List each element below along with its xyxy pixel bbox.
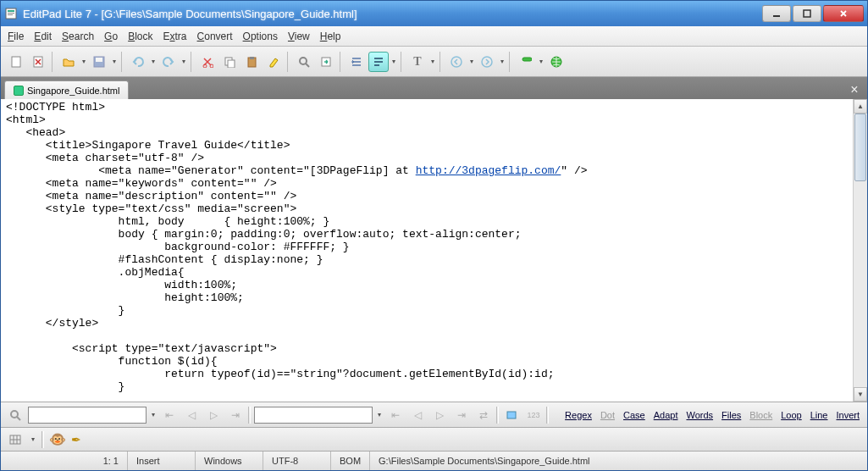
menu-view[interactable]: View: [288, 30, 310, 42]
close-file-button[interactable]: [28, 52, 48, 72]
separator: [496, 407, 499, 424]
save-button[interactable]: [89, 52, 109, 72]
charmap-dropdown[interactable]: ▾: [30, 435, 36, 443]
status-line-endings[interactable]: Windows: [196, 452, 263, 470]
feather-icon[interactable]: ✒: [71, 433, 81, 446]
editor-area: <!DOCTYPE html> <html> <head> <title>Sin…: [1, 99, 867, 402]
scroll-up-icon[interactable]: ▲: [854, 99, 867, 114]
replace-all-icon[interactable]: ⇄: [474, 406, 493, 424]
redo-dropdown[interactable]: ▾: [180, 58, 187, 65]
app-window: EditPad Lite 7 - [G:\Files\Sample Docume…: [0, 0, 868, 471]
menu-search[interactable]: Search: [62, 30, 94, 42]
open-button[interactable]: [58, 52, 79, 72]
bookmark-dropdown[interactable]: ▾: [538, 58, 545, 65]
redo-button[interactable]: [158, 52, 179, 72]
nav-back-button[interactable]: [446, 52, 467, 72]
document-tab[interactable]: Singapore_Guide.html: [4, 80, 129, 99]
font-dropdown[interactable]: ▾: [429, 58, 436, 65]
opt-dot[interactable]: Dot: [598, 410, 617, 420]
find-button[interactable]: [294, 52, 314, 72]
tab-bar: Singapore_Guide.html ×: [1, 77, 867, 99]
search-icon[interactable]: [6, 406, 25, 424]
svg-rect-5: [804, 10, 810, 17]
opt-adapt[interactable]: Adapt: [651, 410, 681, 420]
search-history-dropdown[interactable]: ▾: [150, 411, 157, 418]
menu-file[interactable]: File: [8, 30, 24, 42]
opt-invert[interactable]: Invert: [833, 410, 862, 420]
nav-back-dropdown[interactable]: ▾: [468, 58, 475, 65]
url-link[interactable]: http://3dpageflip.com/: [416, 164, 561, 177]
tab-close-icon[interactable]: ×: [845, 80, 864, 99]
replace-last-icon[interactable]: ⇥: [452, 406, 471, 424]
wrap-dropdown[interactable]: ▾: [390, 58, 397, 65]
menu-go[interactable]: Go: [104, 30, 118, 42]
count-icon[interactable]: 123: [524, 406, 543, 424]
maximize-button[interactable]: [793, 5, 821, 22]
menubar: File Edit Search Go Block Extra Convert …: [1, 26, 867, 47]
close-button[interactable]: [823, 5, 864, 22]
paste-button[interactable]: [241, 52, 262, 72]
highlight-all-icon[interactable]: [502, 406, 521, 424]
titlebar[interactable]: EditPad Lite 7 - [G:\Files\Sample Docume…: [1, 1, 867, 26]
opt-loop[interactable]: Loop: [778, 410, 804, 420]
copy-button[interactable]: [219, 52, 240, 72]
menu-convert[interactable]: Convert: [197, 30, 233, 42]
find-last-icon[interactable]: ⇥: [226, 406, 245, 424]
highlight-button[interactable]: [263, 52, 284, 72]
toolbar-separator: [287, 52, 290, 72]
web-button[interactable]: [546, 52, 567, 72]
goto-button[interactable]: [316, 52, 336, 72]
opt-words[interactable]: Words: [683, 410, 716, 420]
font-button[interactable]: T: [407, 52, 428, 72]
toolbar-separator: [440, 52, 443, 72]
status-bar: 1: 1 Insert Windows UTF-8 BOM G:\Files\S…: [1, 452, 867, 470]
nav-fwd-button[interactable]: [477, 52, 497, 72]
replace-next-icon[interactable]: ▷: [430, 406, 449, 424]
wrap-button[interactable]: [368, 52, 389, 72]
find-next-icon[interactable]: ▷: [204, 406, 223, 424]
replace-input[interactable]: [254, 407, 373, 424]
scrollbar-track[interactable]: [854, 114, 867, 387]
opt-files[interactable]: Files: [719, 410, 744, 420]
svg-rect-4: [773, 15, 780, 17]
minimize-button[interactable]: [762, 5, 791, 22]
cut-button[interactable]: [197, 52, 218, 72]
opt-line[interactable]: Line: [808, 410, 831, 420]
charmap-icon[interactable]: [6, 430, 25, 449]
svg-rect-6: [12, 57, 20, 67]
svg-point-18: [451, 57, 462, 67]
opt-block[interactable]: Block: [747, 410, 775, 420]
open-dropdown[interactable]: ▾: [80, 58, 87, 65]
undo-dropdown[interactable]: ▾: [150, 58, 157, 65]
menu-block[interactable]: Block: [128, 30, 152, 42]
separator: [248, 407, 251, 424]
monkey-icon[interactable]: 🐵: [49, 431, 66, 447]
replace-first-icon[interactable]: ⇤: [386, 406, 405, 424]
new-file-button[interactable]: [6, 52, 26, 72]
opt-regex[interactable]: Regex: [562, 410, 594, 420]
find-first-icon[interactable]: ⇤: [160, 406, 179, 424]
scrollbar-thumb[interactable]: [854, 114, 866, 181]
status-filepath[interactable]: G:\Files\Sample Documents\Singapore_Guid…: [370, 452, 867, 470]
nav-fwd-dropdown[interactable]: ▾: [499, 58, 506, 65]
menu-options[interactable]: Options: [243, 30, 278, 42]
opt-case[interactable]: Case: [621, 410, 648, 420]
menu-extra[interactable]: Extra: [163, 30, 187, 42]
undo-button[interactable]: [128, 52, 148, 72]
bookmark-button[interactable]: [516, 52, 536, 72]
find-prev-icon[interactable]: ◁: [182, 406, 201, 424]
search-input[interactable]: [28, 407, 147, 424]
status-encoding[interactable]: UTF-8: [263, 452, 331, 470]
menu-help[interactable]: Help: [320, 30, 341, 42]
menu-edit[interactable]: Edit: [34, 30, 52, 42]
vertical-scrollbar[interactable]: ▲ ▼: [853, 99, 867, 402]
indent-button[interactable]: [346, 52, 367, 72]
status-insert-mode[interactable]: Insert: [128, 452, 196, 470]
status-bom[interactable]: BOM: [331, 452, 370, 470]
save-dropdown[interactable]: ▾: [111, 58, 118, 65]
replace-history-dropdown[interactable]: ▾: [376, 411, 383, 418]
code-editor[interactable]: <!DOCTYPE html> <html> <head> <title>Sin…: [1, 99, 853, 402]
status-position[interactable]: 1: 1: [1, 452, 128, 470]
scroll-down-icon[interactable]: ▼: [854, 387, 867, 402]
replace-prev-icon[interactable]: ◁: [408, 406, 427, 424]
